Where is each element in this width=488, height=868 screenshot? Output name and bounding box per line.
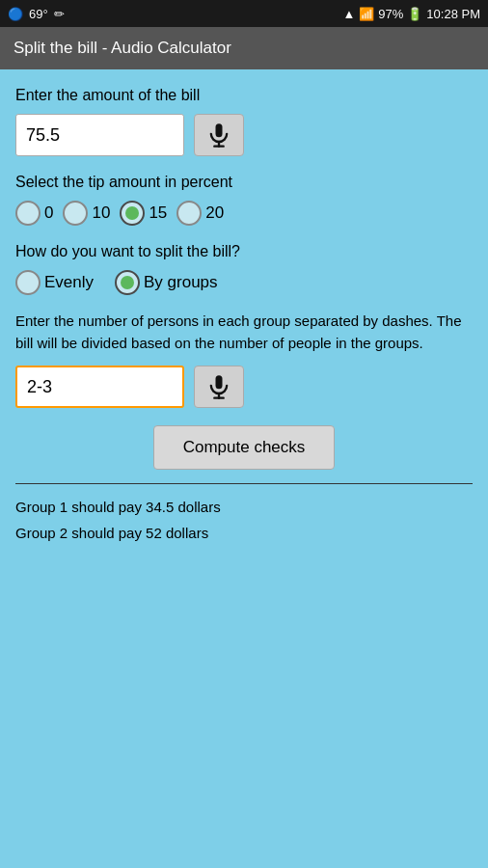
tip-radio-15-outer xyxy=(120,201,145,226)
status-right: ▲ 📶 97% 🔋 10:28 PM xyxy=(342,7,480,21)
battery-text: 97% xyxy=(378,7,403,21)
groups-mic-button[interactable] xyxy=(194,366,244,408)
results-divider xyxy=(15,483,473,484)
tip-radio-15-inner xyxy=(125,206,139,220)
tip-option-15[interactable]: 15 xyxy=(120,201,167,226)
result-line-2: Group 2 should pay 52 dollars xyxy=(15,520,473,546)
app-title: Split the bill - Audio Calculator xyxy=(14,39,231,58)
groups-mic-icon xyxy=(205,373,232,400)
main-content: Enter the amount of the bill Select the … xyxy=(0,69,488,868)
mic-icon xyxy=(205,122,232,149)
split-label: How do you want to split the bill? xyxy=(15,243,473,260)
groups-description: Enter the number of persons in each grou… xyxy=(15,311,473,354)
signal-icon: 📶 xyxy=(359,7,374,21)
bill-label: Enter the amount of the bill xyxy=(15,87,473,104)
tip-label: Select the tip amount in percent xyxy=(15,174,473,191)
edit-icon: ✏ xyxy=(54,7,65,21)
bluetooth-icon: 🔵 xyxy=(8,7,23,21)
tip-radio-0-outer xyxy=(15,201,41,226)
wifi-icon: ▲ xyxy=(342,7,355,21)
tip-option-10[interactable]: 10 xyxy=(63,201,110,226)
tip-radio-group: 0 10 15 20 xyxy=(15,201,473,226)
tip-option-20[interactable]: 20 xyxy=(176,201,224,226)
time-display: 10:28 PM xyxy=(426,7,480,21)
compute-checks-label: Compute checks xyxy=(183,438,306,456)
groups-input[interactable] xyxy=(15,366,184,408)
split-radio-bygroups-label: By groups xyxy=(144,273,218,292)
status-left: 🔵 69° ✏ xyxy=(8,7,65,21)
compute-checks-button[interactable]: Compute checks xyxy=(153,425,336,470)
tip-radio-20-label: 20 xyxy=(205,203,224,223)
results-container: Group 1 should pay 34.5 dollars Group 2 … xyxy=(15,494,473,546)
bill-mic-button[interactable] xyxy=(194,114,244,156)
bill-input-row xyxy=(15,114,473,156)
battery-icon: 🔋 xyxy=(407,7,422,21)
tip-option-0[interactable]: 0 xyxy=(15,201,53,226)
tip-radio-15-label: 15 xyxy=(149,203,167,223)
split-radio-group: Evenly By groups xyxy=(15,270,473,295)
split-radio-bygroups-outer xyxy=(115,270,140,295)
status-bar: 🔵 69° ✏ ▲ 📶 97% 🔋 10:28 PM xyxy=(0,0,488,27)
temperature-display: 69° xyxy=(29,7,48,21)
bill-amount-input[interactable] xyxy=(15,114,184,156)
split-radio-bygroups-inner xyxy=(121,276,134,289)
groups-input-row xyxy=(15,366,473,408)
tip-radio-20-outer xyxy=(176,201,202,226)
tip-radio-0-label: 0 xyxy=(44,203,53,223)
tip-radio-10-label: 10 xyxy=(92,203,110,223)
split-radio-evenly-label: Evenly xyxy=(44,273,94,292)
result-line-1: Group 1 should pay 34.5 dollars xyxy=(15,494,473,520)
split-option-bygroups[interactable]: By groups xyxy=(115,270,218,295)
split-option-evenly[interactable]: Evenly xyxy=(15,270,94,295)
tip-radio-10-outer xyxy=(63,201,88,226)
svg-rect-0 xyxy=(216,123,223,137)
svg-rect-3 xyxy=(216,375,223,389)
title-bar: Split the bill - Audio Calculator xyxy=(0,27,488,69)
split-radio-evenly-outer xyxy=(15,270,41,295)
